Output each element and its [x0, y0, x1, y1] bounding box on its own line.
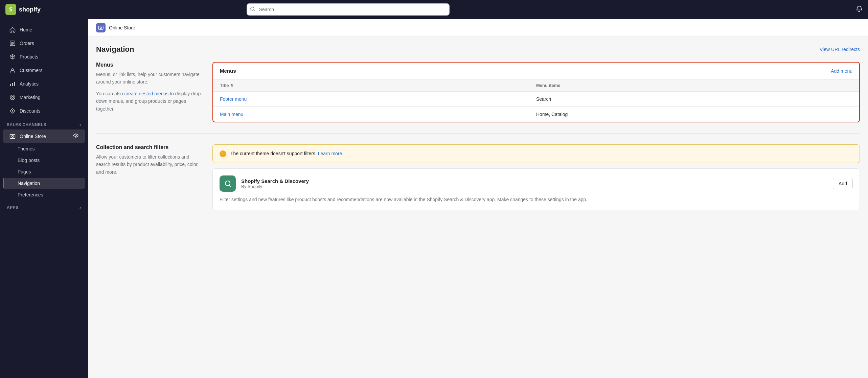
- sort-icon: ⇅: [230, 84, 233, 87]
- svg-point-8: [12, 96, 14, 98]
- app-info: Shopify Search & Discovery By Shopify: [241, 178, 827, 189]
- svg-point-7: [10, 95, 15, 100]
- sidebar-item-customers-label: Customers: [20, 68, 43, 73]
- warning-card: ! The current theme doesn't support filt…: [212, 144, 860, 163]
- section-divider: [96, 133, 860, 134]
- sidebar-item-home[interactable]: Home: [3, 23, 85, 36]
- menus-desc-2: You can also create nested menus to disp…: [96, 90, 204, 113]
- menus-card: Menus Add menu Title ⇅ Menu items: [212, 62, 860, 122]
- layout: Home Orders Products Customers Analytics…: [0, 19, 868, 378]
- notification-bell[interactable]: [856, 5, 863, 14]
- app-card-header: Shopify Search & Discovery By Shopify Ad…: [220, 175, 853, 192]
- svg-point-12: [75, 135, 77, 137]
- filters-right-col: ! The current theme doesn't support filt…: [212, 144, 860, 210]
- app-name: Shopify Search & Discovery: [241, 178, 827, 184]
- app-add-button[interactable]: Add: [833, 178, 853, 189]
- menus-section: Menus Menus, or link lists, help your cu…: [96, 62, 860, 122]
- store-header: Online Store: [88, 19, 868, 37]
- sidebar-sub-themes[interactable]: Themes: [3, 143, 85, 154]
- sidebar-item-home-label: Home: [20, 27, 32, 32]
- col-menu-items-header: Menu items: [536, 83, 852, 88]
- sidebar-item-products[interactable]: Products: [3, 50, 85, 63]
- online-store-eye-icon: [73, 133, 78, 139]
- sidebar-item-orders[interactable]: Orders: [3, 37, 85, 50]
- app-desc: Filter settings and new features like pr…: [220, 196, 853, 203]
- menus-desc-1: Menus, or link lists, help your customer…: [96, 71, 204, 86]
- table-row: Main menu Home, Catalog: [213, 107, 859, 122]
- svg-rect-10: [10, 134, 15, 138]
- topbar: shopify: [0, 0, 868, 19]
- sidebar-sub-preferences[interactable]: Preferences: [3, 189, 85, 200]
- svg-rect-4: [10, 84, 11, 86]
- view-url-redirects-link[interactable]: View URL redirects: [820, 47, 860, 52]
- sidebar-sub-blog-posts-label: Blog posts: [18, 158, 40, 163]
- sidebar-sub-pages[interactable]: Pages: [3, 166, 85, 177]
- add-menu-link[interactable]: Add menu: [831, 68, 852, 74]
- sidebar-item-analytics[interactable]: Analytics: [3, 77, 85, 90]
- sidebar-item-products-label: Products: [20, 54, 38, 60]
- svg-point-9: [12, 110, 13, 112]
- sidebar-item-analytics-label: Analytics: [20, 81, 39, 87]
- filters-left-col: Collection and search filters Allow your…: [96, 144, 204, 176]
- footer-menu-title: Footer menu: [220, 96, 536, 102]
- col-title-header: Title ⇅: [220, 83, 536, 88]
- app-icon: [220, 175, 236, 192]
- search-input[interactable]: [247, 3, 450, 16]
- sidebar-item-orders-label: Orders: [20, 41, 34, 46]
- filters-section-title: Collection and search filters: [96, 144, 204, 150]
- table-row: Footer menu Search: [213, 92, 859, 107]
- store-header-icon: [96, 23, 106, 32]
- sidebar-sub-navigation-label: Navigation: [18, 181, 40, 186]
- main-menu-link[interactable]: Main menu: [220, 112, 243, 117]
- menus-table-header: Title ⇅ Menu items: [213, 79, 859, 92]
- sidebar-item-online-store[interactable]: Online Store: [3, 129, 85, 143]
- filters-desc: Allow your customers to filter collectio…: [96, 153, 204, 176]
- sidebar-item-customers[interactable]: Customers: [3, 64, 85, 77]
- footer-menu-link[interactable]: Footer menu: [220, 96, 247, 102]
- sidebar-item-marketing[interactable]: Marketing: [3, 91, 85, 104]
- search-icon: [250, 6, 255, 13]
- svg-point-11: [12, 135, 14, 137]
- svg-point-14: [100, 27, 102, 29]
- sidebar-item-discounts[interactable]: Discounts: [3, 104, 85, 117]
- sales-channels-label: Sales channels ›: [0, 118, 88, 129]
- sales-channels-expand-icon[interactable]: ›: [79, 122, 81, 128]
- svg-rect-6: [14, 82, 15, 86]
- create-nested-menus-link[interactable]: create nested menus: [124, 91, 169, 96]
- warning-text: The current theme doesn't support filter…: [230, 150, 343, 157]
- filters-section: Collection and search filters Allow your…: [96, 144, 860, 210]
- menus-section-title: Menus: [96, 62, 204, 68]
- logo-text: shopify: [19, 6, 41, 13]
- sidebar-sub-preferences-label: Preferences: [18, 192, 43, 197]
- sidebar-sub-pages-label: Pages: [18, 169, 31, 174]
- store-header-title: Online Store: [109, 25, 135, 30]
- warning-icon: !: [220, 150, 226, 157]
- footer-menu-items: Search: [536, 96, 852, 102]
- menus-left-col: Menus Menus, or link lists, help your cu…: [96, 62, 204, 113]
- logo: shopify: [5, 4, 41, 15]
- page-title: Navigation: [96, 45, 134, 54]
- sidebar-sub-navigation[interactable]: Navigation: [3, 178, 85, 189]
- sidebar-sub-themes-label: Themes: [18, 146, 35, 151]
- main-menu-title: Main menu: [220, 112, 536, 117]
- learn-more-link[interactable]: Learn more.: [318, 151, 343, 156]
- main-menu-items: Home, Catalog: [536, 112, 852, 117]
- svg-point-15: [225, 181, 230, 186]
- sidebar: Home Orders Products Customers Analytics…: [0, 19, 88, 378]
- search-bar[interactable]: [247, 3, 450, 16]
- svg-rect-13: [98, 26, 103, 29]
- page-header: Navigation View URL redirects: [96, 45, 860, 54]
- menus-card-col: Menus Add menu Title ⇅ Menu items: [212, 62, 860, 122]
- app-by: By Shopify: [241, 184, 827, 189]
- svg-rect-5: [12, 83, 13, 86]
- app-card: Shopify Search & Discovery By Shopify Ad…: [212, 168, 860, 210]
- menus-card-title: Menus: [220, 68, 236, 74]
- menus-card-header: Menus Add menu: [213, 63, 859, 79]
- apps-expand-icon[interactable]: ›: [79, 205, 81, 211]
- content-area: Navigation View URL redirects Menus Menu…: [88, 37, 868, 378]
- sidebar-item-marketing-label: Marketing: [20, 95, 40, 100]
- sidebar-sub-blog-posts[interactable]: Blog posts: [3, 155, 85, 166]
- apps-label: Apps ›: [0, 200, 88, 212]
- sidebar-item-discounts-label: Discounts: [20, 108, 40, 114]
- sidebar-item-online-store-label: Online Store: [20, 134, 46, 139]
